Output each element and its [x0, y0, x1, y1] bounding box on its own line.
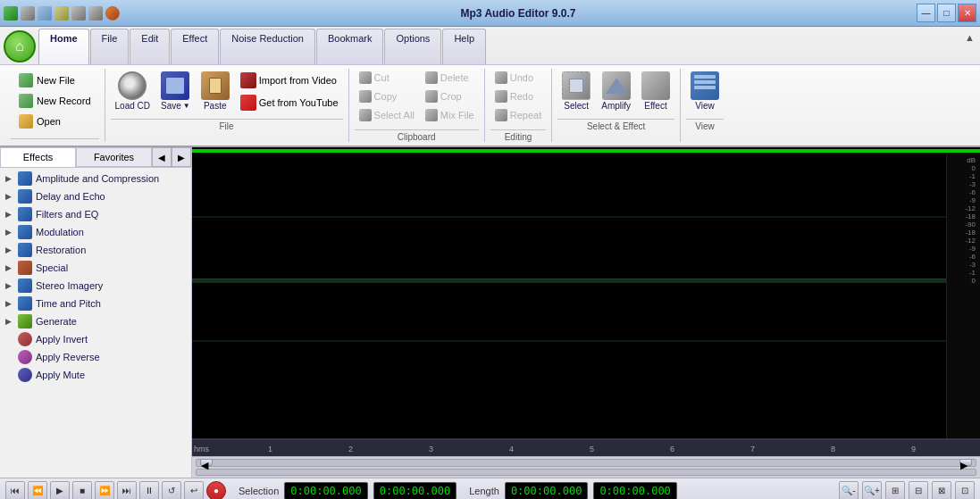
list-item[interactable]: ▶ Delay and Echo: [0, 187, 191, 205]
list-item[interactable]: Apply Mute: [0, 366, 191, 384]
redo-button[interactable]: Redo: [490, 87, 546, 105]
crop-icon: [425, 90, 438, 103]
zoom-in-button[interactable]: 🔍+: [862, 481, 882, 500]
selection-time-end: 0:00:00.000: [373, 482, 456, 500]
view-label: View: [695, 101, 715, 111]
new-file-icon: [19, 73, 33, 87]
open-button[interactable]: Open: [14, 112, 96, 131]
db-label: -9: [949, 196, 978, 204]
tree-item-label: Amplitude and Compression: [36, 173, 159, 184]
import-video-button[interactable]: Import from Video: [236, 70, 343, 91]
tab-effect[interactable]: Effect: [171, 29, 219, 64]
tree-item-label: Restoration: [36, 245, 86, 255]
maximize-button[interactable]: □: [937, 4, 956, 22]
view-button[interactable]: View: [686, 69, 724, 113]
zoom-reset-button[interactable]: ⊡: [955, 481, 975, 500]
skip-start-button[interactable]: ⏮: [5, 481, 25, 500]
list-item[interactable]: Apply Invert: [0, 330, 191, 348]
list-item[interactable]: ▶ Stereo Imagery: [0, 277, 191, 295]
tree-item-label: Modulation: [36, 227, 84, 237]
tree-arrow: ▶: [5, 245, 14, 254]
rewind-button[interactable]: ⏪: [28, 481, 47, 500]
forward-button[interactable]: ⏩: [95, 481, 114, 500]
ribbon-collapse-btn[interactable]: ▲: [959, 29, 980, 64]
sidebar-nav-btn2[interactable]: ▶: [172, 147, 191, 167]
vertical-scrollbar[interactable]: [196, 469, 976, 477]
paste-button[interactable]: Paste: [197, 69, 234, 113]
minimize-button[interactable]: —: [917, 4, 935, 22]
zoom-fit-button[interactable]: ⊞: [885, 481, 905, 500]
open-icon-btn[interactable]: [38, 6, 52, 21]
info-icon-btn[interactable]: [105, 6, 120, 21]
titlebar-left: [4, 6, 120, 21]
list-item[interactable]: ▶ Time and Pitch: [0, 295, 191, 312]
copy-button[interactable]: Copy: [355, 87, 419, 105]
scrollbar-right-arrow[interactable]: ▶: [959, 459, 972, 466]
ruler-mark-9: 9: [911, 445, 916, 453]
sidebar: Effects Favorites ◀ ▶ ▶ Amplitude and Co…: [0, 147, 192, 478]
sidebar-nav-btn[interactable]: ◀: [152, 147, 172, 167]
list-item[interactable]: Apply Reverse: [0, 348, 191, 366]
db-label: -6: [949, 188, 978, 196]
favorites-tab[interactable]: Favorites: [76, 147, 152, 167]
tree-item-label: Time and Pitch: [36, 298, 101, 309]
tab-options[interactable]: Options: [384, 29, 441, 64]
close-button[interactable]: ✕: [958, 4, 976, 22]
play-button[interactable]: ▶: [50, 481, 70, 500]
repeat-button[interactable]: Repeat: [490, 106, 546, 124]
new-icon-btn[interactable]: [21, 6, 35, 21]
upper-waveform[interactable]: [192, 154, 946, 279]
list-item[interactable]: ▶ Restoration: [0, 241, 191, 259]
loop-button[interactable]: ↺: [162, 481, 181, 500]
tab-help[interactable]: Help: [442, 29, 486, 64]
tab-noise-reduction[interactable]: Noise Reduction: [220, 29, 315, 64]
tab-edit[interactable]: Edit: [130, 29, 170, 64]
list-item[interactable]: ▶ Amplitude and Compression: [0, 170, 191, 187]
select-effect-group-label: Select & Effect: [557, 119, 674, 131]
delete-button[interactable]: Delete: [421, 69, 479, 87]
skip-end-button[interactable]: ⏭: [117, 481, 137, 500]
effects-tab[interactable]: Effects: [0, 147, 76, 167]
mix-file-button[interactable]: Mix File: [421, 106, 479, 124]
new-record-button[interactable]: New Record: [14, 91, 96, 111]
effect-button[interactable]: Effect: [637, 69, 674, 113]
tab-bookmark[interactable]: Bookmark: [316, 29, 384, 64]
zoom-out-button[interactable]: 🔍-: [839, 481, 859, 500]
lower-waveform[interactable]: [192, 283, 946, 399]
cut-button[interactable]: Cut: [355, 69, 419, 87]
db-label: 0: [949, 164, 978, 172]
load-cd-button[interactable]: Load CD: [111, 69, 155, 113]
apply-mute-icon: [18, 368, 32, 382]
select-button[interactable]: Select: [557, 69, 595, 113]
orb-button[interactable]: ⌂: [4, 30, 36, 62]
tab-home[interactable]: Home: [38, 29, 89, 64]
pause-button[interactable]: ⏸: [139, 481, 159, 500]
list-item[interactable]: ▶ Filters and EQ: [0, 205, 191, 223]
back-button[interactable]: ↩: [184, 481, 204, 500]
save-icon-btn[interactable]: [54, 6, 69, 21]
zoom-full-button[interactable]: ⊠: [932, 481, 951, 500]
save-button[interactable]: Save▼: [156, 69, 195, 113]
list-item[interactable]: ▶ Special: [0, 259, 191, 277]
list-item[interactable]: ▶ Modulation: [0, 223, 191, 241]
ribbon-group-new: New File New Record Open: [5, 69, 105, 142]
new-file-button[interactable]: New File: [14, 71, 96, 90]
sidebar-tree: ▶ Amplitude and Compression ▶ Delay and …: [0, 168, 191, 478]
amplify-button[interactable]: Amplify: [597, 69, 635, 113]
db-label: -90: [949, 220, 978, 229]
record-button[interactable]: ●: [206, 481, 226, 500]
select-all-button[interactable]: Select All: [355, 106, 419, 124]
crop-button[interactable]: Crop: [421, 87, 479, 105]
get-youtube-button[interactable]: Get from YouTube: [236, 92, 343, 113]
scrollbar-left-arrow[interactable]: ◀: [200, 459, 213, 466]
app-icon: [4, 6, 18, 21]
stop-button[interactable]: ■: [72, 481, 92, 500]
zoom-select-button[interactable]: ⊟: [909, 481, 928, 500]
db-label: -3: [949, 180, 978, 188]
list-item[interactable]: ▶ Generate: [0, 312, 191, 330]
undo-icon-btn[interactable]: [71, 6, 86, 21]
undo-button[interactable]: Undo: [490, 69, 546, 87]
horizontal-scrollbar[interactable]: ◀ ▶: [196, 459, 976, 467]
tab-file[interactable]: File: [90, 29, 130, 64]
redo-icon-btn[interactable]: [88, 6, 103, 21]
